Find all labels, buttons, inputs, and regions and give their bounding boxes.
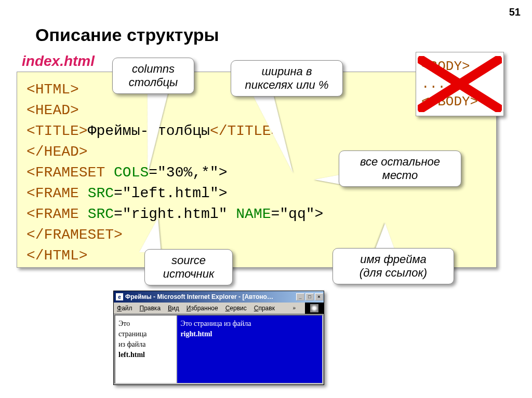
code-tag: <FRAMESET [26,164,105,181]
body-line: </BODY> [421,93,498,111]
code-attr: SRC [79,206,114,222]
body-line: ... [421,75,498,93]
frame-text: Это [118,319,173,329]
browser-title: Фреймы - Microsoft Internet Explorer - [… [125,293,296,300]
body-tag-box: <BODY> ... </BODY> [416,52,504,116]
slide-number: 51 [509,6,521,18]
menu-favorites[interactable]: Избранное [187,305,218,312]
close-button[interactable]: × [315,293,323,300]
callout-text: пикселях или % [240,78,334,92]
code-attr: NAME [227,206,271,222]
browser-titlebar: e Фреймы - Microsoft Internet Explorer -… [114,291,324,303]
code-tag: <FRAME [26,185,79,201]
menu-edit[interactable]: Правка [140,305,161,312]
browser-menubar: Файл Правка Вид Избранное Сервис Справк … [114,303,324,314]
callout-text: столбцы [121,76,185,89]
callout-text: источник [153,267,224,281]
frame-left: Это страница из файла left.html [115,315,177,383]
callout-text: source [153,254,224,267]
chevron-right-icon[interactable]: » [292,305,296,311]
callout-text: (для ссылок) [341,266,445,280]
code-line: <HTML> [26,81,79,98]
menu-help[interactable]: Справк [254,305,275,312]
code-attr: SRC [79,185,114,201]
callout-text: место [348,169,453,182]
minimize-button[interactable]: _ [296,293,304,300]
menu-view[interactable]: Вид [168,305,179,312]
callout-rest: все остальное место [339,150,461,187]
frame-text: страница [118,329,173,339]
frame-right: Это страница из файла right.html [177,315,322,383]
frame-filename: right.html [180,329,319,339]
code-line: <HEAD> [26,102,79,118]
callout-text: все остальное [348,155,453,169]
code-value: ="qq"> [271,206,324,222]
browser-content: Это страница из файла left.html Это стра… [114,314,323,384]
filename-subtitle: index.html [22,53,95,70]
frame-text: из файла [118,339,173,350]
frame-text: Это страница из файла [180,319,319,329]
callout-columns: columns столбцы [112,58,194,94]
callout-frame-name: имя фрейма (для ссылок) [332,248,454,284]
frame-filename: left.html [118,350,173,360]
menu-tools[interactable]: Сервис [225,305,247,312]
code-tag: <FRAME [26,206,79,222]
menu-file[interactable]: Файл [117,305,132,312]
page-title: Описание структуры [35,25,219,45]
code-line: </HTML> [26,248,88,264]
callout-tail [314,174,342,185]
body-line: <BODY> [421,58,498,75]
code-line: </HEAD> [26,144,88,160]
browser-window: e Фреймы - Microsoft Internet Explorer -… [113,291,324,385]
ie-icon: e [116,293,123,300]
code-value: ="left.html"> [114,185,227,201]
callout-text: имя фрейма [341,253,445,266]
callout-text: columns [121,62,185,76]
code-line: <TITLE> [26,123,88,139]
code-line: </FRAMESET> [26,227,123,243]
callout-width: ширина в пикселях или % [231,60,343,97]
maximize-button[interactable]: □ [305,293,314,300]
callout-text: ширина в [240,65,334,78]
ie-throbber-icon [305,303,324,314]
callout-source: source источник [144,249,233,285]
